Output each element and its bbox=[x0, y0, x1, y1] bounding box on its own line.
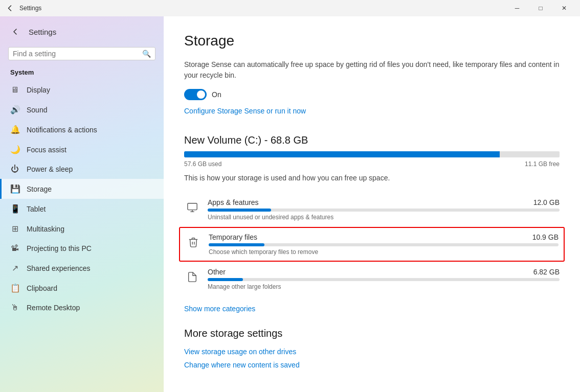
sidebar: Settings 🔍 System 🖥 Display 🔊 Sound 🔔 No… bbox=[0, 16, 164, 392]
close-button[interactable]: ✕ bbox=[552, 0, 576, 16]
main-panel: Storage Storage Sense can automatically … bbox=[164, 16, 580, 392]
tablet-icon: 📱 bbox=[10, 204, 19, 214]
sidebar-item-label-power: Power & sleep bbox=[27, 165, 73, 173]
focus-icon: 🌙 bbox=[10, 145, 19, 154]
sidebar-item-display[interactable]: 🖥 Display bbox=[0, 80, 164, 100]
storage-icon: 💾 bbox=[10, 184, 19, 194]
apps-size: 12.0 GB bbox=[533, 198, 560, 206]
page-title: Storage bbox=[184, 33, 560, 49]
apps-name[interactable]: Apps & features bbox=[208, 198, 259, 206]
other-header: Other 6.82 GB bbox=[208, 268, 560, 276]
sidebar-item-label-projecting: Projecting to this PC bbox=[27, 244, 92, 252]
temp-content: Temporary files 10.9 GB Choose which tem… bbox=[209, 233, 559, 256]
main-storage-bar-fill bbox=[184, 151, 500, 157]
sidebar-item-storage[interactable]: 💾 Storage bbox=[0, 179, 164, 199]
apps-bar-fill bbox=[208, 209, 271, 212]
more-link-1[interactable]: Change where new content is saved bbox=[184, 361, 560, 369]
other-bar-fill bbox=[208, 278, 243, 281]
sidebar-item-label-remote: Remote Desktop bbox=[27, 304, 80, 312]
sidebar-item-power[interactable]: ⏻ Power & sleep bbox=[0, 159, 164, 179]
sidebar-item-label-clipboard: Clipboard bbox=[27, 284, 57, 292]
temp-header: Temporary files 10.9 GB bbox=[209, 233, 559, 241]
storage-bar-labels: 57.6 GB used 11.1 GB free bbox=[184, 160, 560, 168]
sidebar-item-label-multitasking: Multitasking bbox=[27, 225, 64, 233]
sidebar-item-multitasking[interactable]: ⊞ Multitasking bbox=[0, 219, 164, 239]
used-label: 57.6 GB used bbox=[184, 160, 221, 168]
nav-list: 🖥 Display 🔊 Sound 🔔 Notifications & acti… bbox=[0, 80, 164, 317]
sidebar-item-label-tablet: Tablet bbox=[27, 205, 46, 213]
free-label: 11.1 GB free bbox=[525, 160, 560, 168]
temp-desc: Choose which temporary files to remove bbox=[209, 248, 559, 256]
sidebar-item-label-notifications: Notifications & actions bbox=[27, 126, 97, 134]
projecting-icon: 📽 bbox=[10, 244, 19, 253]
window-controls: ─ □ ✕ bbox=[505, 0, 576, 16]
search-icon: 🔍 bbox=[142, 50, 151, 58]
configure-link[interactable]: Configure Storage Sense or run it now bbox=[184, 107, 306, 115]
back-button[interactable] bbox=[4, 2, 16, 14]
sidebar-item-label-focus: Focus assist bbox=[27, 146, 66, 154]
sidebar-item-label-storage: Storage bbox=[27, 185, 52, 193]
sidebar-item-focus[interactable]: 🌙 Focus assist bbox=[0, 140, 164, 159]
more-settings-title: More storage settings bbox=[184, 328, 560, 339]
sidebar-item-shared[interactable]: ↗ Shared experiences bbox=[0, 258, 164, 278]
sound-icon: 🔊 bbox=[10, 105, 19, 114]
sidebar-item-label-shared: Shared experiences bbox=[27, 264, 91, 272]
other-bar bbox=[208, 278, 560, 281]
storage-items-list: Apps & features 12.0 GB Uninstall unused… bbox=[184, 192, 560, 296]
sidebar-item-label-display: Display bbox=[27, 86, 50, 94]
titlebar: Settings ─ □ ✕ bbox=[0, 0, 580, 16]
storage-sense-toggle[interactable] bbox=[184, 89, 207, 100]
temp-icon bbox=[185, 234, 202, 250]
power-icon: ⏻ bbox=[10, 165, 19, 174]
apps-icon bbox=[184, 199, 200, 216]
maximize-button[interactable]: □ bbox=[529, 0, 552, 16]
show-more-link[interactable]: Show more categories bbox=[184, 305, 255, 313]
storage-item-temp[interactable]: Temporary files 10.9 GB Choose which tem… bbox=[179, 227, 565, 262]
temp-bar bbox=[209, 243, 559, 246]
section-label: System bbox=[0, 66, 164, 80]
apps-bar bbox=[208, 209, 560, 212]
storage-item-apps[interactable]: Apps & features 12.0 GB Uninstall unused… bbox=[184, 192, 560, 227]
sidebar-item-notifications[interactable]: 🔔 Notifications & actions bbox=[0, 120, 164, 140]
other-desc: Manage other large folders bbox=[208, 283, 560, 290]
sidebar-item-tablet[interactable]: 📱 Tablet bbox=[0, 199, 164, 219]
storage-item-other[interactable]: Other 6.82 GB Manage other large folders bbox=[184, 262, 560, 296]
sidebar-app-title: Settings bbox=[29, 28, 56, 36]
display-icon: 🖥 bbox=[10, 85, 19, 95]
shared-icon: ↗ bbox=[10, 263, 19, 273]
notifications-icon: 🔔 bbox=[10, 125, 19, 134]
clipboard-icon: 📋 bbox=[10, 283, 19, 293]
volume-title: New Volume (C:) - 68.8 GB bbox=[184, 134, 560, 146]
search-input[interactable] bbox=[13, 50, 139, 58]
sidebar-item-projecting[interactable]: 📽 Projecting to this PC bbox=[0, 239, 164, 258]
main-storage-bar bbox=[184, 151, 560, 157]
other-size: 6.82 GB bbox=[533, 268, 560, 276]
sidebar-item-remote[interactable]: 🖱 Remote Desktop bbox=[0, 298, 164, 317]
sidebar-header: Settings bbox=[0, 16, 164, 43]
temp-size: 10.9 GB bbox=[532, 233, 559, 241]
other-content: Other 6.82 GB Manage other large folders bbox=[208, 268, 560, 290]
remote-icon: 🖱 bbox=[10, 303, 19, 312]
apps-header: Apps & features 12.0 GB bbox=[208, 198, 560, 206]
temp-bar-fill bbox=[209, 243, 264, 246]
sidebar-item-sound[interactable]: 🔊 Sound bbox=[0, 100, 164, 120]
other-name[interactable]: Other bbox=[208, 268, 226, 276]
temp-name[interactable]: Temporary files bbox=[209, 233, 257, 241]
svg-rect-0 bbox=[188, 203, 197, 210]
storage-desc: This is how your storage is used and how… bbox=[184, 174, 560, 182]
app-body: Settings 🔍 System 🖥 Display 🔊 Sound 🔔 No… bbox=[0, 16, 580, 392]
sidebar-item-label-sound: Sound bbox=[27, 106, 47, 114]
more-link-0[interactable]: View storage usage on other drives bbox=[184, 348, 560, 356]
storage-description: Storage Sense can automatically free up … bbox=[184, 59, 560, 81]
sidebar-back-button[interactable] bbox=[8, 25, 23, 39]
apps-desc: Uninstall unused or undesired apps & fea… bbox=[208, 214, 560, 221]
search-box[interactable]: 🔍 bbox=[8, 47, 155, 60]
toggle-label: On bbox=[212, 90, 221, 99]
titlebar-title: Settings bbox=[19, 5, 505, 12]
other-icon bbox=[184, 269, 200, 285]
multitasking-icon: ⊞ bbox=[10, 224, 19, 234]
toggle-row: On bbox=[184, 89, 560, 100]
apps-content: Apps & features 12.0 GB Uninstall unused… bbox=[208, 198, 560, 221]
minimize-button[interactable]: ─ bbox=[505, 0, 529, 16]
sidebar-item-clipboard[interactable]: 📋 Clipboard bbox=[0, 278, 164, 298]
